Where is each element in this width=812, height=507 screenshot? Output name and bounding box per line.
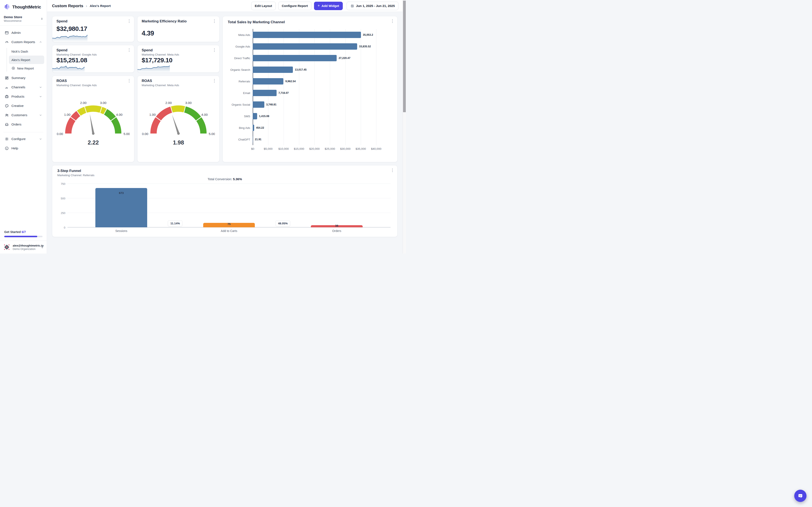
gauge-value: 1.98 xyxy=(173,139,184,146)
widget-subtitle: Marketing Channel: Meta Ads xyxy=(142,53,215,56)
box-icon xyxy=(5,95,9,99)
users-icon xyxy=(5,113,9,117)
roas-gauge: 0.001.002.003.004.005.002.22 xyxy=(57,99,130,148)
kebab-menu-icon[interactable]: ⋮ xyxy=(212,78,217,83)
svg-text:0.00: 0.00 xyxy=(142,132,148,135)
chevron-down-icon xyxy=(39,137,42,140)
sidebar-item-customers[interactable]: Customers xyxy=(3,110,44,120)
kebab-menu-icon[interactable]: ⋮ xyxy=(126,18,132,24)
bar-value-label: 13,017.45 xyxy=(295,68,307,71)
widget-title: ROAS xyxy=(56,79,130,83)
sidebar-item-orders[interactable]: Orders xyxy=(3,120,44,129)
sidebar-item-creative[interactable]: Creative xyxy=(3,101,44,110)
user-org: Demo Organization xyxy=(13,247,39,250)
bar-row-direct-traffic: Direct Traffic27,220.47 xyxy=(253,52,376,64)
sidebar-item-new-report[interactable]: New Report xyxy=(9,64,44,72)
configure-report-button[interactable]: Configure Report xyxy=(278,2,311,10)
sidebar: ThoughtMetric Demo Store Woocommerce Adm… xyxy=(0,0,47,253)
bar: 27,220.47 xyxy=(253,55,337,61)
kebab-menu-icon[interactable]: ⋮ xyxy=(212,18,217,24)
sidebar-item-label: Orders xyxy=(11,122,42,126)
info-icon xyxy=(5,146,9,151)
sidebar-item-custom-reports[interactable]: Custom Reports xyxy=(3,38,44,47)
sidebar-item-alex-s-report[interactable]: Alex's Report xyxy=(9,56,44,64)
bar-chart-icon xyxy=(5,85,9,89)
bar-row-organic-social: Organic Social3,748.81 xyxy=(253,99,376,110)
sidebar-item-label: Alex's Report xyxy=(11,58,30,62)
date-range-picker[interactable]: Jun 1, 2025 - Jun 21, 2025 xyxy=(347,2,398,10)
widget-subtitle: Marketing Channel: Google Ads xyxy=(56,53,130,56)
sidebar-item-label: Creative xyxy=(11,104,42,108)
spend-sparkline xyxy=(52,63,85,72)
kebab-menu-icon[interactable]: ⋮ xyxy=(212,47,217,53)
chevron-down-icon xyxy=(39,114,42,117)
bar-value-label: 1,415.08 xyxy=(259,115,269,118)
tree-line xyxy=(7,48,7,72)
store-switcher[interactable]: Demo Store Woocommerce xyxy=(0,13,47,25)
widget-roas-google: ⋮ ROAS Marketing Channel: Google Ads 0.0… xyxy=(52,76,134,162)
sidebar-item-label: Nick's Dash xyxy=(11,50,28,53)
svg-text:1.00: 1.00 xyxy=(64,113,70,116)
app-logo[interactable]: ThoughtMetric xyxy=(0,0,47,13)
get-started[interactable]: Get Started 6/7 xyxy=(0,228,47,241)
svg-text:3.00: 3.00 xyxy=(185,101,192,105)
bar-row-sms: SMS1,415.08 xyxy=(253,110,376,122)
sidebar-item-label: Products xyxy=(11,95,37,99)
bar-value-label: 9,962.54 xyxy=(285,80,296,83)
mer-value: 4.39 xyxy=(142,30,215,37)
bar-row-chatgpt: ChatGPT21.91 xyxy=(253,133,376,145)
date-range-label: Jun 1, 2025 - Jun 21, 2025 xyxy=(356,4,395,8)
bar-value-label: 35,053.2 xyxy=(363,34,373,36)
breadcrumb-custom-reports[interactable]: Custom Reports xyxy=(52,4,83,8)
bar-category-label: Meta Ads xyxy=(238,33,250,36)
user-menu[interactable]: alex@thoughtmetric.io Demo Organization xyxy=(0,241,47,253)
total-conversion-value: 5.36% xyxy=(233,177,242,181)
edit-layout-button[interactable]: Edit Layout xyxy=(251,2,276,10)
funnel-bar-value: 673 xyxy=(67,191,175,194)
widget-subtitle: Marketing Channel: Google Ads xyxy=(56,83,130,87)
kebab-menu-icon[interactable]: ⋮ xyxy=(390,18,395,24)
inbox-icon xyxy=(5,122,9,126)
get-started-count: 6/7 xyxy=(21,230,26,234)
sidebar-footer-nav: ConfigureHelp xyxy=(0,134,47,154)
funnel-step-orders: 36 xyxy=(283,184,391,228)
svg-text:5.00: 5.00 xyxy=(208,132,215,135)
sidebar-item-configure[interactable]: Configure xyxy=(3,134,44,144)
kebab-menu-icon[interactable]: ⋮ xyxy=(126,47,132,53)
bar-value-label: 33,835.52 xyxy=(359,45,371,48)
sidebar-item-label: Help xyxy=(11,147,42,150)
palette-icon xyxy=(5,104,9,108)
bar-row-referrals: Referrals9,962.54 xyxy=(253,75,376,87)
add-widget-button[interactable]: + Add Widget xyxy=(314,2,343,10)
scrollbar-thumb[interactable] xyxy=(403,1,406,112)
grid-icon xyxy=(5,76,9,80)
sidebar-item-admin[interactable]: Admin xyxy=(3,28,44,38)
bar-category-label: SMS xyxy=(244,114,250,118)
scrollbar[interactable] xyxy=(403,0,406,253)
y-tick-label: 500 xyxy=(61,197,65,200)
bar: 1,415.08 xyxy=(253,113,257,119)
widget-title: Total Sales by Marketing Channel xyxy=(228,20,392,24)
kebab-menu-icon[interactable]: ⋮ xyxy=(126,78,132,83)
bar-category-label: Direct Traffic xyxy=(234,56,250,60)
bar-value-label: 27,220.47 xyxy=(339,57,350,60)
bar-category-label: Google Ads xyxy=(235,45,250,48)
bar-value-label: 7,716.07 xyxy=(278,92,289,95)
sidebar-item-nick-s-dash[interactable]: Nick's Dash xyxy=(9,47,44,56)
kebab-menu-icon[interactable]: ⋮ xyxy=(390,168,395,173)
svg-text:4.00: 4.00 xyxy=(116,113,122,116)
sidebar-item-label: Summary xyxy=(11,76,42,80)
sidebar-item-help[interactable]: Help xyxy=(3,144,44,153)
store-name: Demo Store xyxy=(4,15,22,19)
sidebar-item-products[interactable]: Products xyxy=(3,92,44,101)
sidebar-item-channels[interactable]: Channels xyxy=(3,82,44,92)
bar: 3,748.81 xyxy=(253,101,264,108)
widget-mer: ⋮ Marketing Efficiency Ratio 4.39 xyxy=(137,16,219,42)
widget-total-sales: ⋮ Total Sales by Marketing Channel Meta … xyxy=(222,16,398,162)
gauge-value: 2.22 xyxy=(88,139,99,146)
bar-row-organic-search: Organic Search13,017.45 xyxy=(253,64,376,75)
spend-sparkline xyxy=(52,31,88,42)
bar-value-label: 3,748.81 xyxy=(266,103,276,106)
bar: 33,835.52 xyxy=(253,43,357,50)
sidebar-item-summary[interactable]: Summary xyxy=(3,73,44,82)
